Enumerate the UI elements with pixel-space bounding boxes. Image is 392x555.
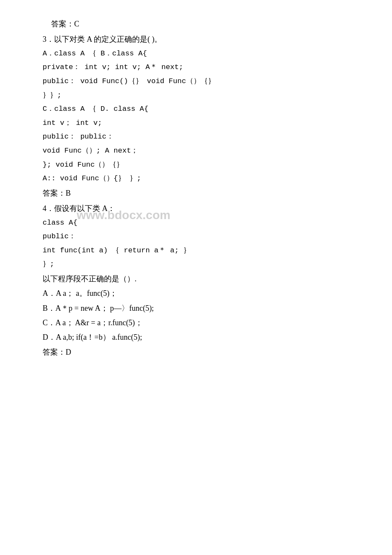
q4-option-d: D．A a,b; if(a！=b） a.func(5);: [43, 330, 358, 344]
question-4: 4．假设有以下类 A： class A{ public： int func(in…: [43, 202, 358, 359]
q4-option-a: A．A a； a。func(5)；: [43, 286, 358, 300]
q3-option-cd-line6: A:: void Func（）{｝ ｝;: [43, 172, 358, 185]
q3-option-ab-line4: ｝｝;: [43, 89, 358, 102]
q3-question: 3．以下对类 A 的定义正确的是( )。: [43, 32, 358, 46]
q3-option-cd-line4: void Func（）; A next；: [43, 145, 358, 158]
q3-option-cd-line1: C．class A ｛ D. class A{: [43, 103, 358, 116]
q4-answer: 答案：D: [43, 345, 358, 359]
q4-code-line1: class A{: [43, 217, 358, 230]
q3-option-cd-line5: }; void Func（）｛｝: [43, 159, 358, 172]
q3-option-ab-line2: private： int v; int v; A＊ next;: [43, 61, 358, 74]
q4-sub-question: 以下程序段不正确的是（）.: [43, 272, 358, 286]
q4-code-line3: int func(int a) ｛ return a＊ a; ｝: [43, 244, 358, 257]
q4-question: 4．假设有以下类 A：: [43, 202, 358, 215]
question-3: 3．以下对类 A 的定义正确的是( )。 A．class A ｛ B．class…: [43, 32, 358, 200]
q3-option-cd-line2: int v； int v;: [43, 117, 358, 130]
prev-answer: 答案：C: [43, 17, 358, 31]
prev-answer-text: 答案：C: [43, 17, 358, 31]
q4-option-b: B．A＊p = new A； p—〉func(5);: [43, 301, 358, 315]
q4-code-line4: ｝;: [43, 258, 358, 271]
q3-option-ab-line1: A．class A ｛ B．class A{: [43, 47, 358, 61]
q3-option-cd-line3: public： public：: [43, 130, 358, 144]
q3-option-ab-line3: public： void Func()｛｝ void Func（）｛｝: [43, 75, 358, 88]
q4-code-line2: public：: [43, 230, 358, 243]
q4-option-c: C．A a； A&r = a；r.func(5)；: [43, 316, 358, 330]
q3-answer: 答案：B: [43, 186, 358, 200]
